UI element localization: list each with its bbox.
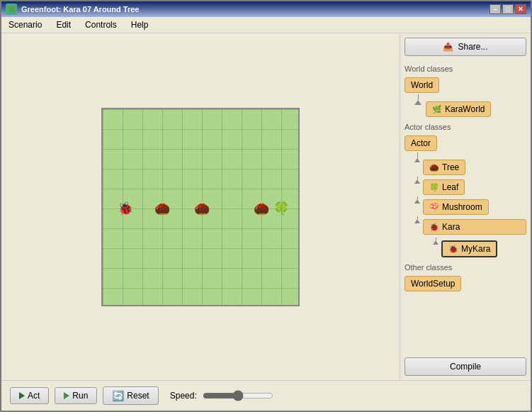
window-controls: – □ ✕ bbox=[489, 4, 526, 14]
tree-sprite-1[interactable]: 🌰 bbox=[154, 200, 171, 217]
run-button[interactable]: Run bbox=[55, 387, 97, 404]
reset-button[interactable]: 🔄 Reset bbox=[103, 386, 158, 405]
tree-sprite-3[interactable]: 🌰 bbox=[253, 200, 270, 217]
leaf-class-box[interactable]: 🍀 Leaf bbox=[423, 179, 465, 195]
other-classes-label: Other classes bbox=[404, 263, 526, 272]
kara-class-label: Kara bbox=[442, 222, 460, 232]
minimize-button[interactable]: – bbox=[489, 4, 501, 14]
world-setup-class-box[interactable]: WorldSetup bbox=[404, 276, 461, 291]
actor-classes-section: Actor 🌰 Tree bbox=[404, 135, 526, 257]
actor-classes-label: Actor classes bbox=[404, 123, 526, 131]
kara-class-box[interactable]: 🐞 Kara bbox=[423, 219, 526, 235]
speed-label: Speed: bbox=[170, 391, 197, 401]
share-icon: 📤 bbox=[443, 42, 453, 52]
kara-class-icon: 🐞 bbox=[429, 222, 439, 232]
mushroom-class-icon: 🍄 bbox=[429, 202, 439, 212]
close-button[interactable]: ✕ bbox=[515, 4, 526, 14]
maximize-button[interactable]: □ bbox=[502, 4, 514, 14]
menu-help[interactable]: Help bbox=[127, 18, 153, 31]
menu-edit[interactable]: Edit bbox=[52, 18, 75, 31]
speed-slider[interactable] bbox=[203, 390, 273, 401]
mykara-class-label: MyKara bbox=[461, 244, 490, 254]
world-classes-label: World classes bbox=[404, 65, 526, 73]
world-setup-class-node: WorldSetup bbox=[404, 276, 526, 291]
left-panel: 🐞 🌰 🌰 🌰 🍀 bbox=[1, 33, 400, 380]
run-play-icon bbox=[64, 392, 69, 399]
world-class-node: World bbox=[404, 77, 526, 93]
world-setup-class-label: WorldSetup bbox=[411, 279, 455, 289]
leaf-class-icon: 🍀 bbox=[429, 182, 439, 192]
world-classes-section: World 🌿 KaraWorld bbox=[404, 77, 526, 117]
menu-bar: Scenario Edit Controls Help bbox=[1, 17, 531, 33]
kara-world-class-label: KaraWorld bbox=[445, 104, 485, 114]
other-classes-section: WorldSetup bbox=[404, 276, 526, 291]
share-button[interactable]: 📤 Share... bbox=[404, 38, 526, 56]
world-class-label: World bbox=[411, 80, 433, 90]
menu-controls[interactable]: Controls bbox=[81, 18, 121, 31]
kara-sprite[interactable]: 🐞 bbox=[117, 200, 134, 217]
menu-scenario[interactable]: Scenario bbox=[4, 18, 46, 31]
window-title: Greenfoot: Kara 07 Around Tree bbox=[21, 5, 489, 13]
tree-class-icon: 🌰 bbox=[429, 162, 439, 172]
tree-class-label: Tree bbox=[442, 162, 459, 172]
right-panel: 📤 Share... World classes World bbox=[400, 33, 531, 380]
leaf-class-label: Leaf bbox=[442, 182, 458, 192]
act-label: Act bbox=[28, 391, 40, 401]
bottom-controls: Act Run 🔄 Reset Speed: bbox=[1, 380, 531, 411]
actor-class-box[interactable]: Actor bbox=[404, 135, 437, 151]
actor-class-node: Actor bbox=[404, 135, 526, 151]
mushroom-class-label: Mushroom bbox=[442, 202, 482, 212]
share-label: Share... bbox=[458, 42, 487, 52]
compile-label: Compile bbox=[450, 362, 481, 372]
app-icon: 🌿 bbox=[6, 4, 17, 15]
kara-world-class-node: 🌿 KaraWorld bbox=[426, 101, 491, 117]
kara-world-icon: 🌿 bbox=[432, 104, 442, 114]
reset-icon: 🔄 bbox=[112, 390, 124, 401]
app-icon-symbol: 🌿 bbox=[8, 6, 16, 13]
mykara-class-icon: 🐞 bbox=[448, 244, 458, 254]
tree-sprite-2[interactable]: 🌰 bbox=[193, 200, 210, 217]
tree-class-box[interactable]: 🌰 Tree bbox=[423, 160, 465, 175]
mykara-class-box[interactable]: 🐞 MyKara bbox=[441, 240, 497, 257]
mushroom-class-box[interactable]: 🍄 Mushroom bbox=[423, 199, 489, 215]
kara-world-class-box[interactable]: 🌿 KaraWorld bbox=[426, 101, 491, 117]
run-label: Run bbox=[72, 391, 88, 401]
act-play-icon bbox=[19, 392, 25, 399]
main-window: 🌿 Greenfoot: Kara 07 Around Tree – □ ✕ S… bbox=[0, 0, 532, 412]
main-content: 🐞 🌰 🌰 🌰 🍀 📤 Share... World classes bbox=[1, 33, 531, 380]
clover-sprite[interactable]: 🍀 bbox=[273, 200, 290, 217]
actor-class-label: Actor bbox=[411, 138, 431, 148]
act-button[interactable]: Act bbox=[10, 387, 49, 404]
world-class-box[interactable]: World bbox=[404, 77, 439, 93]
world-canvas-wrapper: 🐞 🌰 🌰 🌰 🍀 bbox=[7, 39, 394, 374]
world-canvas[interactable]: 🐞 🌰 🌰 🌰 🍀 bbox=[101, 108, 300, 306]
title-bar: 🌿 Greenfoot: Kara 07 Around Tree – □ ✕ bbox=[1, 1, 531, 17]
compile-button[interactable]: Compile bbox=[404, 357, 526, 376]
reset-label: Reset bbox=[127, 391, 149, 401]
